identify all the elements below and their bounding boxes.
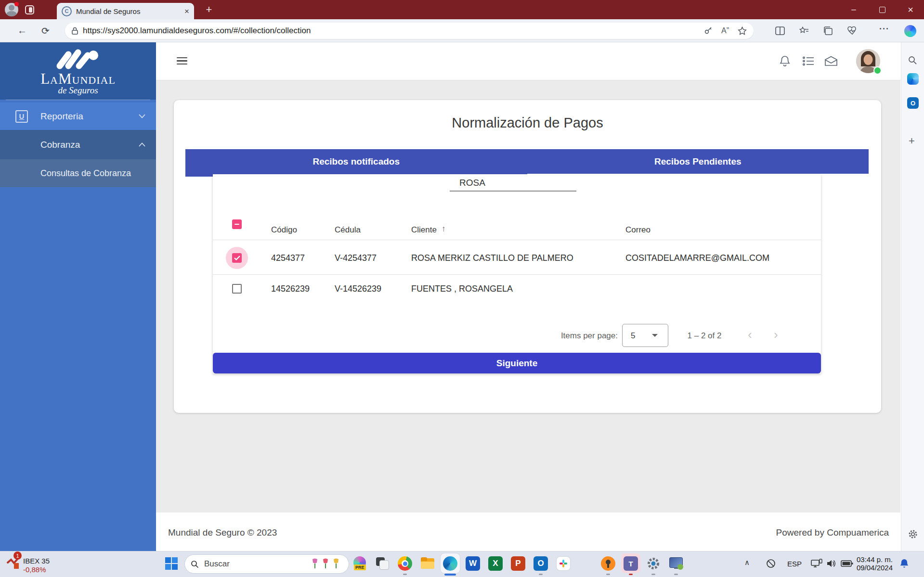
column-header-codigo[interactable]: Código <box>271 225 297 235</box>
sidebar-item-cobranza[interactable]: Cobranza <box>0 130 156 159</box>
screen: C Mundial de Seguros × + – × ← ⟳ https:/… <box>0 0 924 577</box>
search-placeholder: Buscar <box>204 559 311 569</box>
copilot-button-icon[interactable] <box>904 25 916 37</box>
outlook-icon[interactable]: O <box>534 556 548 571</box>
window-minimize-button[interactable]: – <box>843 0 865 19</box>
select-all-checkbox[interactable] <box>232 219 242 229</box>
receipts-tab-group: Recibos notificados Recibos Pendientes <box>185 149 869 174</box>
sidebar-bing-icon[interactable] <box>907 73 919 85</box>
favorites-bar-icon[interactable] <box>799 26 809 35</box>
password-key-icon[interactable] <box>704 26 713 35</box>
battery-icon[interactable] <box>841 559 853 568</box>
footer-powered-by: Powered by Compuamerica <box>696 527 889 538</box>
copilot-pre-badge: PRE <box>354 564 366 570</box>
speaker-icon[interactable] <box>826 559 837 568</box>
running-indicator <box>403 574 407 575</box>
sidebar-item-label: Reporteria <box>40 111 83 122</box>
back-button[interactable]: ← <box>17 25 27 36</box>
read-aloud-icon[interactable]: A” <box>721 26 729 35</box>
network-display-icon[interactable] <box>811 559 822 568</box>
column-header-cedula[interactable]: Cédula <box>335 225 361 235</box>
browser-more-icon[interactable]: ··· <box>879 24 889 34</box>
column-header-cliente[interactable]: Cliente <box>411 225 437 235</box>
siguiente-button[interactable]: Siguiente <box>213 353 821 373</box>
tab-recibos-pendientes[interactable]: Recibos Pendientes <box>527 149 869 174</box>
notification-center-bell-icon[interactable] <box>899 558 909 569</box>
do-not-disturb-icon[interactable] <box>766 558 776 569</box>
cell-codigo: 4254377 <box>271 253 305 263</box>
sort-ascending-icon[interactable]: ↑ <box>442 224 446 234</box>
word-icon[interactable]: W <box>466 556 480 571</box>
mail-open-icon[interactable] <box>824 56 838 66</box>
lamundial-logo-icon <box>53 46 103 72</box>
edge-icon[interactable] <box>443 556 457 571</box>
address-bar[interactable]: https://sys2000.lamundialdeseguros.com/#… <box>65 23 754 39</box>
start-button-icon[interactable] <box>165 557 178 570</box>
tab-recibos-notificados[interactable]: Recibos notificados <box>185 149 527 174</box>
reporteria-icon: U <box>15 110 28 123</box>
workspaces-icon[interactable] <box>25 5 34 14</box>
tab-content-panel <box>213 174 821 373</box>
cell-cedula: V-4254377 <box>335 253 377 263</box>
tab-close-icon[interactable]: × <box>184 7 189 15</box>
sidebar-item-label: Consultas de Cobranza <box>40 168 131 179</box>
row-checkbox-unchecked[interactable] <box>232 284 242 294</box>
powerpoint-icon[interactable]: P <box>511 556 525 571</box>
new-tab-button[interactable]: + <box>201 2 217 17</box>
edge-active-indicator <box>444 574 456 576</box>
window-maximize-button[interactable] <box>871 0 893 19</box>
tray-time: 03:44 p. m. <box>855 555 893 564</box>
lock-icon <box>72 27 78 35</box>
tab-title: Mundial de Seguros <box>76 7 184 15</box>
select-caret-icon <box>652 334 658 337</box>
browser-essentials-icon[interactable] <box>847 26 857 35</box>
next-page-button[interactable]: › <box>774 327 778 342</box>
slack-icon[interactable] <box>556 556 571 571</box>
sidebar-item-reporteria[interactable]: U Reporteria <box>0 103 156 130</box>
clock[interactable]: 03:44 p. m. 09/04/2024 <box>855 555 893 572</box>
window-close-button[interactable]: × <box>899 0 922 19</box>
table-row-divider <box>213 274 821 275</box>
indeterminate-dash-icon <box>234 224 239 225</box>
task-list-icon[interactable] <box>803 56 814 66</box>
sidebar-search-icon[interactable] <box>908 55 917 65</box>
sidebar-settings-gear-icon[interactable] <box>908 529 918 539</box>
profile-head-icon <box>9 5 14 11</box>
profile-alert-dot <box>14 2 19 6</box>
chevron-down-icon <box>139 114 145 118</box>
menu-hamburger-button[interactable] <box>177 57 187 64</box>
remote-desktop-icon[interactable] <box>669 556 683 571</box>
split-screen-icon[interactable] <box>775 26 785 35</box>
paginator-range-label: 1 – 2 of 2 <box>675 331 734 341</box>
page-size-select[interactable] <box>622 324 668 347</box>
task-view-icon[interactable] <box>375 556 390 571</box>
sidebar-item-consultas-de-cobranza[interactable]: Consultas de Cobranza <box>0 159 156 187</box>
page-title: Normalización de Pagos <box>174 115 881 131</box>
favorite-star-icon[interactable] <box>738 26 747 35</box>
refresh-button[interactable]: ⟳ <box>41 25 50 37</box>
openvpn-icon[interactable] <box>601 556 615 571</box>
excel-icon[interactable]: X <box>488 556 503 571</box>
copilot-preview-icon[interactable]: PRE <box>352 556 367 571</box>
running-indicator <box>539 574 543 575</box>
taskbar-search-box[interactable]: Buscar <box>184 554 349 574</box>
column-header-correo[interactable]: Correo <box>625 225 651 235</box>
stock-change: -0,88% <box>23 565 50 574</box>
settings-gear-icon[interactable] <box>646 556 661 571</box>
sidebar-add-icon[interactable]: + <box>909 135 915 147</box>
chrome-icon[interactable] <box>398 556 412 571</box>
notifications-bell-icon[interactable] <box>780 55 790 67</box>
search-icon <box>191 560 199 568</box>
browser-tab[interactable]: C Mundial de Seguros × <box>57 3 194 19</box>
collections-icon[interactable] <box>823 26 833 35</box>
tab-favicon: C <box>62 6 72 16</box>
previous-page-button[interactable]: ‹ <box>748 327 752 342</box>
teams-icon[interactable]: T <box>624 556 638 571</box>
file-explorer-icon[interactable] <box>420 556 435 571</box>
tray-expand-icon[interactable]: ∧ <box>744 558 750 567</box>
client-search-input[interactable] <box>450 176 576 192</box>
row-checkbox-checked[interactable] <box>232 253 242 263</box>
sidebar-divider <box>6 100 150 100</box>
sidebar-outlook-icon[interactable]: O <box>907 97 919 109</box>
language-indicator[interactable]: ESP <box>787 560 802 568</box>
